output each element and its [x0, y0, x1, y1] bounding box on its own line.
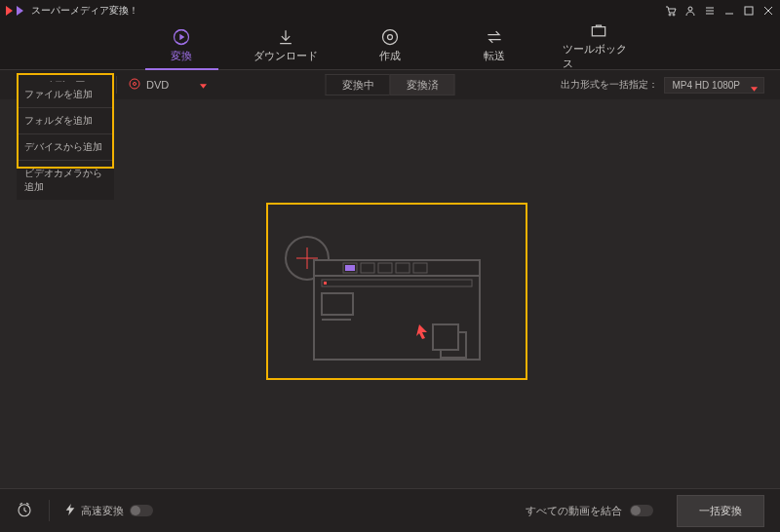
svg-rect-5 — [745, 7, 753, 15]
menu-item-add-device[interactable]: デバイスから追加 — [17, 133, 114, 160]
toolbar: ＋ メディア DVD 変換中 変換済 出力形式を一括指定： MP4 HD 108… — [0, 70, 780, 99]
nav-label: 変換 — [171, 49, 192, 63]
nav-label: ダウンロード — [254, 49, 318, 63]
nav-transfer[interactable]: 転送 — [458, 27, 531, 63]
separator — [49, 500, 50, 521]
convert-all-button[interactable]: 一括変換 — [677, 495, 764, 527]
svg-point-3 — [673, 14, 675, 16]
svg-marker-7 — [179, 34, 184, 41]
nav-toolbox[interactable]: ツールボックス — [563, 20, 636, 71]
svg-marker-35 — [66, 504, 75, 515]
minimize-button[interactable] — [723, 5, 735, 17]
high-speed-label: 高速変換 — [81, 504, 124, 518]
chevron-down-icon — [200, 79, 207, 91]
empty-state-illustration — [273, 221, 507, 367]
output-format-select[interactable]: MP4 HD 1080P — [664, 77, 764, 94]
disc-icon — [129, 78, 140, 92]
merge-label: すべての動画を結合 — [526, 504, 622, 518]
svg-rect-22 — [345, 265, 355, 271]
menu-item-add-file[interactable]: ファイルを追加 — [17, 82, 114, 107]
cart-icon[interactable] — [665, 5, 677, 17]
maximize-button[interactable] — [743, 5, 755, 17]
svg-marker-1 — [17, 6, 23, 16]
svg-marker-0 — [6, 6, 13, 16]
schedule-icon[interactable] — [16, 501, 33, 520]
svg-rect-33 — [433, 324, 458, 350]
bolt-icon — [65, 504, 75, 517]
window-buttons — [665, 5, 774, 17]
svg-rect-10 — [592, 26, 604, 35]
add-dvd-button[interactable]: DVD — [117, 70, 218, 99]
menu-item-add-camera[interactable]: ビデオカメラから追加 — [17, 160, 114, 200]
bottom-bar: 高速変換 すべての動画を結合 一括変換 — [0, 488, 780, 532]
app-title: スーパーメディア変換！ — [31, 4, 138, 18]
nav-label: ツールボックス — [563, 42, 636, 71]
svg-marker-14 — [200, 84, 207, 88]
svg-marker-15 — [751, 87, 758, 91]
nav-underline — [145, 68, 218, 70]
output-format-label: 出力形式を一括指定： — [561, 78, 658, 92]
merge-group: すべての動画を結合 — [526, 504, 653, 518]
media-dropdown-menu: ファイルを追加 フォルダを追加 デバイスから追加 ビデオカメラから追加 — [17, 82, 114, 200]
output-format-group: 出力形式を一括指定： MP4 HD 1080P — [561, 70, 780, 99]
svg-rect-30 — [322, 319, 351, 321]
nav-label: 転送 — [484, 49, 505, 63]
chevron-down-icon — [751, 83, 758, 94]
tab-in-progress[interactable]: 変換中 — [326, 74, 390, 95]
menu-icon[interactable] — [704, 5, 716, 17]
tab-done[interactable]: 変換済 — [390, 74, 455, 95]
user-icon[interactable] — [684, 5, 696, 17]
svg-point-4 — [688, 7, 692, 11]
high-speed-toggle[interactable] — [130, 505, 153, 516]
output-format-value: MP4 HD 1080P — [673, 80, 740, 91]
menu-item-add-folder[interactable]: フォルダを追加 — [17, 107, 114, 133]
merge-toggle[interactable] — [630, 505, 653, 516]
main-workspace — [0, 99, 780, 488]
app-logo-icon — [6, 6, 26, 16]
nav-convert[interactable]: 変換 — [145, 27, 218, 63]
nav-download[interactable]: ダウンロード — [250, 27, 323, 63]
svg-point-2 — [669, 14, 671, 16]
close-button[interactable] — [762, 5, 774, 17]
svg-point-13 — [134, 83, 136, 86]
dvd-button-label: DVD — [146, 79, 169, 91]
svg-point-12 — [130, 79, 139, 89]
high-speed-group: 高速変換 — [65, 504, 153, 518]
svg-rect-28 — [324, 282, 327, 285]
